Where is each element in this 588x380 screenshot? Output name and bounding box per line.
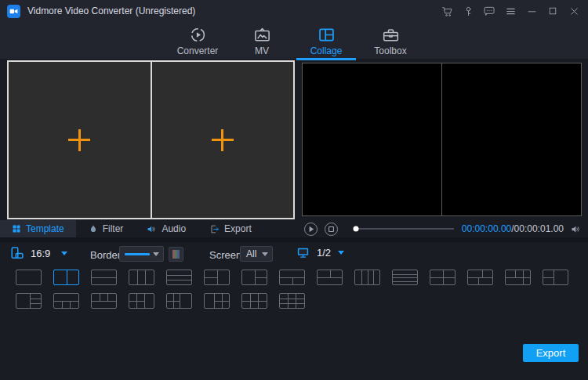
menu-icon[interactable]	[503, 3, 518, 19]
mv-icon	[253, 26, 271, 44]
template-option[interactable]	[543, 270, 568, 285]
template-option[interactable]	[204, 270, 230, 285]
template-option[interactable]	[279, 293, 305, 309]
converter-icon	[189, 26, 207, 44]
key-icon[interactable]	[460, 3, 476, 19]
template-option[interactable]	[430, 270, 456, 285]
tab-audio[interactable]: Audio	[136, 220, 197, 237]
window-title: Vidmore Video Converter (Unregistered)	[27, 5, 195, 16]
app-window: Vidmore Video Converter (Unregistered)	[0, 0, 588, 380]
aspect-ratio-icon	[10, 246, 24, 260]
nav-tab-label: Converter	[177, 45, 219, 56]
editor-tab-strip: Template Filter Audio Export	[0, 220, 263, 237]
template-option[interactable]	[16, 293, 42, 309]
template-row-2	[16, 293, 305, 309]
panel-tab-label: Filter	[103, 223, 124, 234]
feedback-icon[interactable]	[481, 3, 497, 19]
template-option[interactable]	[467, 270, 493, 285]
player-controls: 00:00:00.00/00:00:01.00	[304, 220, 582, 237]
close-icon[interactable]	[566, 3, 582, 19]
main-nav: Converter MV Collage Toolbox	[0, 22, 588, 59]
app-logo-icon	[7, 5, 20, 18]
chevron-down-icon	[338, 251, 344, 255]
template-option[interactable]	[166, 270, 192, 285]
plus-icon	[212, 129, 234, 151]
tab-template[interactable]: Template	[0, 220, 76, 237]
color-swatch-icon	[172, 250, 180, 259]
template-option-selected[interactable]	[53, 270, 79, 285]
template-option[interactable]	[91, 270, 117, 285]
preview-panel	[302, 63, 582, 216]
template-option[interactable]	[91, 293, 117, 309]
tab-mv[interactable]: MV	[234, 26, 289, 59]
template-option[interactable]	[129, 270, 154, 285]
plus-icon	[68, 129, 90, 151]
chevron-down-icon	[262, 252, 268, 256]
panel-tab-label: Audio	[162, 223, 186, 234]
template-option[interactable]	[392, 270, 418, 285]
page-indicator: 1/2	[317, 247, 331, 259]
tab-converter[interactable]: Converter	[170, 26, 225, 59]
nav-tab-label: Collage	[310, 45, 343, 56]
play-icon[interactable]	[304, 223, 318, 236]
section-divider	[0, 237, 588, 242]
screen-value: All	[246, 248, 256, 259]
border-color-picker[interactable]	[169, 247, 183, 262]
tab-export-settings[interactable]: Export	[198, 220, 263, 237]
template-option[interactable]	[204, 293, 230, 309]
export-button[interactable]: Export	[523, 344, 579, 362]
collage-icon	[318, 26, 336, 44]
seek-bar[interactable]	[356, 228, 454, 230]
template-option[interactable]	[241, 270, 267, 285]
template-option[interactable]	[241, 293, 267, 309]
volume-icon[interactable]	[570, 223, 582, 235]
collage-cell-add-2[interactable]	[152, 62, 294, 218]
panel-tab-label: Export	[224, 223, 252, 234]
template-option[interactable]	[279, 270, 305, 285]
template-option[interactable]	[317, 270, 343, 285]
tab-toolbox[interactable]: Toolbox	[363, 26, 418, 59]
minimize-icon[interactable]	[524, 3, 539, 19]
current-time: 00:00:00.00	[462, 223, 511, 234]
chevron-down-icon	[153, 252, 159, 256]
cart-icon[interactable]	[439, 3, 455, 19]
aspect-ratio-selector[interactable]: 16:9	[10, 246, 67, 260]
template-pager[interactable]: 1/2	[296, 246, 344, 259]
export-icon	[209, 224, 220, 234]
tab-collage[interactable]: Collage	[299, 26, 354, 59]
total-time: 00:00:01.00	[514, 223, 564, 234]
collage-cell-add-1[interactable]	[9, 62, 151, 218]
template-row-1	[16, 270, 568, 285]
preview-cell	[303, 63, 441, 215]
nav-tab-label: MV	[255, 45, 269, 56]
collage-toolbar: 16:9 Border: Screen: All 1/2	[0, 244, 588, 265]
tab-filter[interactable]: Filter	[78, 220, 135, 237]
stop-icon[interactable]	[325, 223, 338, 236]
nav-tab-label: Toolbox	[374, 45, 406, 56]
screen-dropdown[interactable]: All	[240, 246, 273, 262]
template-option[interactable]	[166, 293, 192, 309]
template-option[interactable]	[505, 270, 531, 285]
toolbox-icon	[382, 26, 400, 44]
template-option[interactable]	[354, 270, 380, 285]
panel-tab-label: Template	[26, 223, 64, 234]
titlebar: Vidmore Video Converter (Unregistered)	[0, 0, 588, 22]
preview-cell	[442, 63, 581, 215]
maximize-icon[interactable]	[545, 3, 561, 19]
aspect-ratio-value: 16:9	[31, 248, 50, 259]
border-style-dropdown[interactable]	[119, 246, 164, 262]
border-line-preview	[125, 253, 150, 255]
collage-editor	[7, 60, 295, 219]
monitor-icon	[296, 246, 310, 259]
template-option[interactable]	[129, 293, 154, 309]
template-option[interactable]	[16, 270, 42, 285]
template-option[interactable]	[53, 293, 79, 309]
chevron-down-icon	[61, 252, 67, 255]
time-display: 00:00:00.00/00:00:01.00	[462, 223, 564, 234]
seek-handle[interactable]	[354, 226, 359, 232]
audio-icon	[147, 224, 157, 234]
filter-icon	[89, 224, 98, 233]
template-icon	[12, 224, 21, 233]
